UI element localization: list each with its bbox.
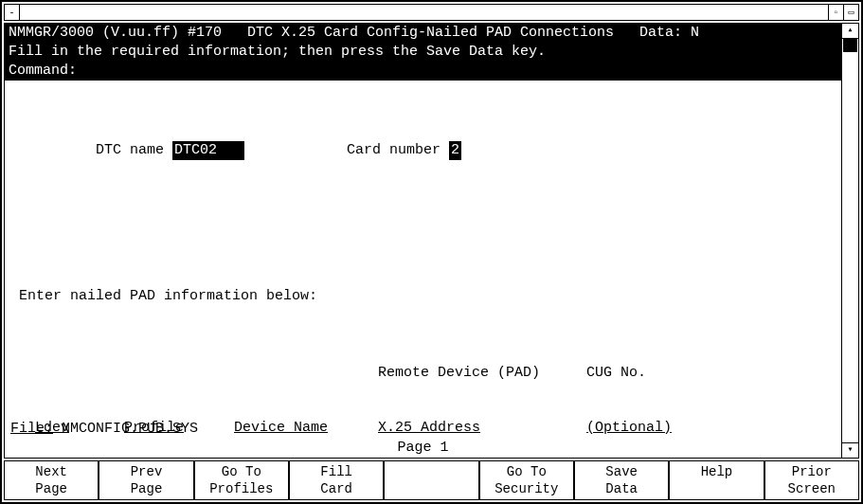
file-label: File:	[10, 421, 53, 437]
command-prompt[interactable]: Command:	[5, 62, 841, 81]
dtc-name-label: DTC name	[96, 141, 172, 160]
vertical-scrollbar[interactable]: ▴ ▾	[842, 23, 859, 459]
softkey-f6[interactable]: Go ToSecurity	[480, 461, 575, 499]
window-min-icon[interactable]: ▫	[828, 5, 843, 20]
page-indicator: Page 1	[5, 440, 841, 456]
col-head-devname: Device Name	[234, 420, 328, 436]
softkey-f7[interactable]: SaveData	[575, 461, 670, 499]
softkey-f4[interactable]: FillCard	[290, 461, 385, 499]
screen-title: NMMGR/3000 (V.uu.ff) #170 DTC X.25 Card …	[5, 24, 841, 43]
scroll-up-icon[interactable]: ▴	[842, 24, 858, 39]
window-titlebar: - ▫ ▭	[4, 4, 859, 21]
softkey-f8[interactable]: Help	[670, 461, 764, 499]
terminal-screen: NMMGR/3000 (V.uu.ff) #170 DTC X.25 Card …	[4, 23, 842, 459]
screen-instruction: Fill in the required information; then p…	[5, 43, 841, 62]
scroll-thumb[interactable]	[843, 39, 857, 52]
dtc-row: DTC name DTC02 Card number 2	[10, 122, 836, 179]
col-head-x25-a: Remote Device (PAD)	[378, 365, 586, 382]
titlebar-spacer	[20, 5, 828, 20]
softkey-bar: NextPagePrevPageGo ToProfilesFillCard Go…	[4, 460, 859, 500]
file-line: File: NMCONFIG.PUB.SYS	[10, 421, 198, 437]
window-max-icon[interactable]: ▭	[843, 5, 858, 20]
col-head-x25-b: X.25 Address	[378, 420, 480, 436]
col-head-cug-b: (Optional)	[586, 420, 672, 436]
file-path: NMCONFIG.PUB.SYS	[62, 421, 198, 437]
softkey-f5	[385, 461, 479, 499]
scroll-down-icon[interactable]: ▾	[842, 442, 858, 458]
softkey-f3[interactable]: Go ToProfiles	[195, 461, 290, 499]
col-head-cug-a: CUG No.	[586, 365, 646, 382]
card-number-label: Card number	[347, 141, 449, 160]
softkey-f9[interactable]: PriorScreen	[765, 461, 858, 499]
softkey-f2[interactable]: PrevPage	[99, 461, 194, 499]
scroll-track[interactable]	[842, 39, 858, 442]
enter-prompt: Enter nailed PAD information below:	[10, 287, 836, 306]
softkey-f1[interactable]: NextPage	[5, 461, 99, 499]
dtc-name-field[interactable]: DTC02	[172, 141, 244, 160]
window-menu-icon[interactable]: -	[5, 5, 20, 20]
card-number-field[interactable]: 2	[449, 141, 461, 160]
window-frame: - ▫ ▭ NMMGR/3000 (V.uu.ff) #170 DTC X.25…	[0, 0, 863, 504]
